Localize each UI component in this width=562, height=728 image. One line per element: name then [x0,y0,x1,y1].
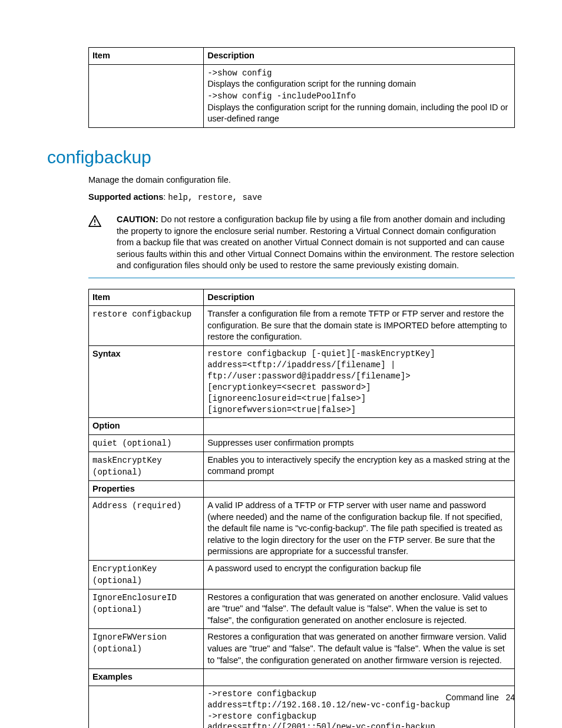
table2-item-cell: quiet (optional) [89,434,204,452]
table2-desc-cell: Restores a configuration that was genera… [204,589,515,629]
table2-item-cell: Properties [89,480,204,498]
table2-item-bold: Properties [92,484,135,493]
warning-triangle-icon [88,215,101,227]
caution-label: CAUTION: [117,215,158,224]
table2-desc-cell [204,669,515,686]
table1-row1-txt2: Displays the configuration script for th… [207,103,508,124]
table2-item-cell: Option [89,418,204,435]
table2-desc-cell: Transfer a configuration file from a rem… [204,306,515,346]
footer-text: Command line [445,693,498,702]
table2-head-item: Item [89,289,204,306]
table-row: IgnoreEnclosureID (optional)Restores a c… [89,589,515,629]
table2-item-mono: quiet (optional) [92,439,171,448]
caution-body: Do not restore a configuration backup fi… [117,215,514,270]
caution-text: CAUTION: Do not restore a configuration … [117,214,515,272]
table2-item-mono: EncryptionKey (optional) [92,564,157,585]
table2-desc-cell: Restores a configuration that was genera… [204,629,515,669]
header-table-wrap: Item Description ->show config Displays … [88,47,515,128]
table-row: maskEncryptKey (optional)Enables you to … [89,452,515,480]
table2-item-cell: maskEncryptKey (optional) [89,452,204,480]
main-table-wrap: Item Description restore configbackupTra… [88,289,515,728]
table1-head-item: Item [89,48,204,65]
table-row: restore configbackupTransfer a configura… [89,306,515,346]
table2-desc-cell [204,418,515,435]
svg-point-1 [94,224,95,225]
table2-item-mono: IgnoreFWVersion (optional) [92,633,167,654]
table2-desc-mono: restore configbackup [-quiet][-maskEncry… [207,348,511,415]
table2-desc-cell [204,480,515,498]
section-heading: configbackup [47,146,515,170]
intro-paragraph: Manage the domain configuration file. [88,174,515,186]
table2-item-cell: restore configbackup [89,306,204,346]
header-table: Item Description ->show config Displays … [88,47,515,128]
supported-actions: help, restore, save [168,193,262,202]
table-row: EncryptionKey (optional)A password used … [89,561,515,589]
table2-item-cell: Examples [89,669,204,686]
table2-desc-cell: Enables you to interactively specify the… [204,452,515,480]
table2-item-mono: restore configbackup [92,309,191,319]
page-footer: Command line 24 [445,692,515,703]
supported-actions-line: Supported actions: help, restore, save [88,192,515,203]
table2-item-cell: Address (required) [89,498,204,561]
table1-row1-txt1: Displays the configuration script for th… [207,79,416,88]
supported-label: Supported actions [88,192,163,202]
table-row: IgnoreFWVersion (optional)Restores a con… [89,629,515,669]
table1-row1-cmd1: ->show config [207,68,272,78]
table-row: Option [89,418,515,435]
table2-item-bold: Option [92,421,120,430]
footer-page-number: 24 [505,693,515,702]
table2-desc-cell: A valid IP address of a TFTP or FTP serv… [204,498,515,561]
main-table: Item Description restore configbackupTra… [88,289,515,728]
table2-item-mono: IgnoreEnclosureID (optional) [92,593,177,614]
table2-desc-cell: restore configbackup [-quiet][-maskEncry… [204,346,515,418]
table2-item-bold: Examples [92,672,133,681]
table-row: Examples [89,669,515,686]
table2-item-cell: IgnoreFWVersion (optional) [89,629,204,669]
table2-item-cell: Syntax [89,346,204,418]
table2-item-cell [89,686,204,728]
table1-row1-desc: ->show config Displays the configuration… [204,64,515,127]
table1-head-desc: Description [204,48,515,65]
table1-row1-cmd2: ->show config -includePoolInfo [207,91,356,101]
caution-block: CAUTION: Do not restore a configuration … [88,214,515,278]
table2-item-cell: EncryptionKey (optional) [89,561,204,589]
table2-item-bold: Syntax [92,349,121,358]
table1-row1-item [89,64,204,127]
table-row: Properties [89,480,515,498]
table2-item-mono: Address (required) [92,501,181,510]
table-row: Syntaxrestore configbackup [-quiet][-mas… [89,346,515,418]
section-body: Manage the domain configuration file. Su… [88,174,515,278]
table2-item-mono: maskEncryptKey (optional) [92,456,162,477]
table-row: quiet (optional)Suppresses user confirma… [89,434,515,452]
table2-item-cell: IgnoreEnclosureID (optional) [89,589,204,629]
table-row: Address (required)A valid IP address of … [89,498,515,561]
caution-icon-col [88,214,117,272]
table2-desc-cell: A password used to encrypt the configura… [204,561,515,589]
table2-desc-cell: Suppresses user confirmation prompts [204,434,515,452]
table2-head-desc: Description [204,289,515,306]
